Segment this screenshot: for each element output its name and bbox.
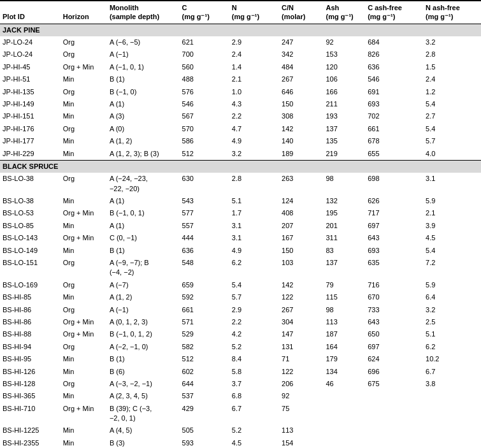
table-cell: JP-HI-151 <box>0 110 61 122</box>
table-cell: A (1) <box>107 220 180 232</box>
table-row: BS-HI-86Org + MinA (0, 1, 2, 3)5712.2304… <box>0 316 481 328</box>
table-cell: BS-LO-169 <box>0 279 61 291</box>
table-row: JP-HI-177MinA (1, 2)5864.91401356785.7 <box>0 135 481 147</box>
table-cell: 164 <box>324 341 366 353</box>
table-cell: 135 <box>324 135 366 147</box>
table-cell: Org + Min <box>61 403 107 425</box>
table-cell: 137 <box>324 257 366 279</box>
column-header-1: Horizon <box>61 1 107 24</box>
table-cell: 691 <box>365 86 423 98</box>
table-cell: 153 <box>324 48 366 61</box>
table-cell: Org <box>61 173 107 195</box>
table-row: BS-LO-85MinA (1)5573.12072016973.9 <box>0 220 481 232</box>
table-cell: 75 <box>279 403 323 425</box>
table-cell: 6.8 <box>229 390 279 402</box>
table-cell: 2.1 <box>423 207 481 219</box>
table-cell: 826 <box>365 48 423 61</box>
table-cell: 586 <box>180 135 229 147</box>
table-row: BS-HI-95MinB (1)5128.47117962410.2 <box>0 353 481 365</box>
table-cell: 548 <box>180 257 229 279</box>
table-cell: 693 <box>365 98 423 110</box>
table-cell: 546 <box>180 98 229 110</box>
table-cell: B (−1, 0) <box>107 86 180 98</box>
table-cell: BS-HI-95 <box>0 353 61 365</box>
table-cell: Min <box>61 437 107 448</box>
table-cell: 2.8 <box>229 173 279 195</box>
table-cell: 684 <box>365 36 423 48</box>
table-cell: 733 <box>365 304 423 316</box>
table-cell: 206 <box>279 378 323 390</box>
table-cell: 571 <box>180 316 229 328</box>
table-cell: JP-HI-135 <box>0 86 61 98</box>
table-cell: 140 <box>279 135 323 147</box>
table-cell: A (−7) <box>107 279 180 291</box>
table-cell: 122 <box>279 366 323 378</box>
table-cell: 3.2 <box>423 304 481 316</box>
table-cell <box>365 437 423 448</box>
table-cell: B (1) <box>107 245 180 257</box>
table-cell: 659 <box>180 279 229 291</box>
table-cell: BS-LO-149 <box>0 245 61 257</box>
table-cell: 342 <box>279 48 323 61</box>
table-cell: 5.2 <box>229 424 279 437</box>
table-cell: B (3) <box>107 437 180 448</box>
table-cell: 207 <box>279 220 323 232</box>
table-cell: A (−1) <box>107 48 180 61</box>
table-cell: 189 <box>279 148 323 161</box>
table-cell: 5.1 <box>423 328 481 340</box>
column-header-3: C(mg g⁻¹) <box>180 1 229 24</box>
table-cell: 557 <box>180 220 229 232</box>
table-cell: 122 <box>279 291 323 303</box>
table-cell: 103 <box>279 257 323 279</box>
table-cell: Org + Min <box>61 328 107 340</box>
table-cell: JP-LO-24 <box>0 48 61 61</box>
table-cell: 429 <box>180 403 229 425</box>
table-cell: 643 <box>365 316 423 328</box>
table-cell: 195 <box>324 207 366 219</box>
table-cell: 621 <box>180 36 229 48</box>
table-cell: 5.9 <box>423 279 481 291</box>
table-cell: 5.4 <box>423 98 481 110</box>
table-cell: 602 <box>180 366 229 378</box>
table-cell: JP-HI-177 <box>0 135 61 147</box>
table-cell: A (1) <box>107 98 180 110</box>
table-cell: 635 <box>365 257 423 279</box>
table-cell: Min <box>61 98 107 110</box>
table-row: BS-HI-710Org + MinB (39); C (−3,−2, 0, 1… <box>0 403 481 425</box>
table-cell: Org <box>61 257 107 279</box>
table-cell: Min <box>61 135 107 147</box>
table-row: BS-HI-94OrgA (−2, −1, 0)5825.21311646976… <box>0 341 481 353</box>
table-cell: A (−9, −7); B(−4, −2) <box>107 257 180 279</box>
table-cell: 142 <box>279 279 323 291</box>
table-cell: 7.2 <box>423 257 481 279</box>
table-cell: JP-HI-176 <box>0 123 61 135</box>
table-cell: 636 <box>180 245 229 257</box>
table-cell: 570 <box>180 123 229 135</box>
table-cell: 115 <box>324 291 366 303</box>
table-cell: 698 <box>365 173 423 195</box>
table-cell: BS-HI-128 <box>0 378 61 390</box>
table-cell: Org <box>61 279 107 291</box>
table-cell: B (6) <box>107 366 180 378</box>
table-row: BS-HI-86OrgA (−1)6612.9267987333.2 <box>0 304 481 316</box>
table-cell: 675 <box>365 378 423 390</box>
table-cell: BS-HI-85 <box>0 291 61 303</box>
table-cell: A (0, 1, 2, 3) <box>107 316 180 328</box>
table-cell: 106 <box>324 73 366 85</box>
table-cell: 3.1 <box>423 173 481 195</box>
table-cell: A (−1, 0, 1) <box>107 61 180 73</box>
table-cell: Org <box>61 123 107 135</box>
table-cell: 83 <box>324 245 366 257</box>
table-cell: 5.7 <box>229 291 279 303</box>
table-cell: 263 <box>279 173 323 195</box>
table-row: JP-HI-229MinA (1, 2, 3); B (3)5123.21892… <box>0 148 481 161</box>
table-cell: A (4, 5) <box>107 424 180 437</box>
table-row: BS-LO-151OrgA (−9, −7); B(−4, −2)5486.21… <box>0 257 481 279</box>
table-cell: A (1) <box>107 195 180 207</box>
table-cell <box>423 390 481 402</box>
table-cell: 92 <box>324 36 366 48</box>
table-cell: 3.1 <box>229 220 279 232</box>
table-cell: B (1) <box>107 73 180 85</box>
table-row: BS-LO-169OrgA (−7)6595.4142797165.9 <box>0 279 481 291</box>
table-cell: 219 <box>324 148 366 161</box>
